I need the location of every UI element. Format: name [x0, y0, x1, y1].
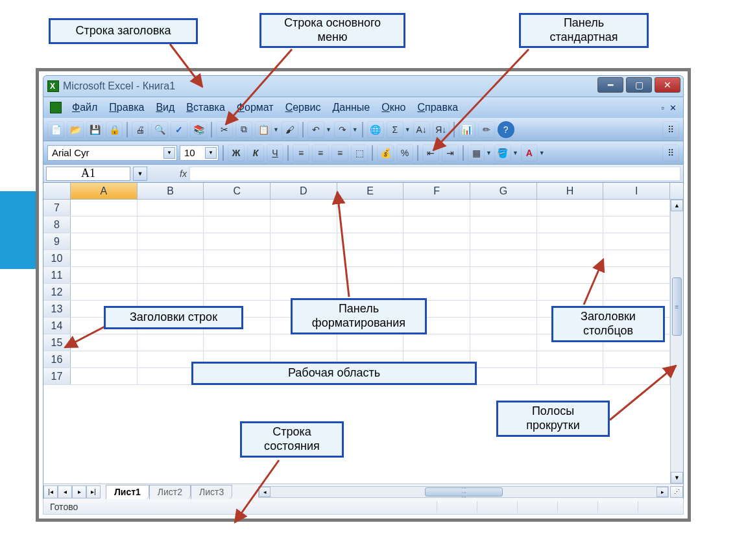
cell[interactable] [71, 368, 138, 384]
column-header[interactable]: E [337, 183, 404, 199]
autosum-icon[interactable]: Σ [387, 121, 403, 138]
align-center-icon[interactable]: ≡ [312, 145, 329, 161]
cell[interactable] [470, 200, 537, 216]
cell[interactable] [337, 233, 404, 250]
split-handle[interactable]: ⋰ [670, 486, 683, 498]
cell[interactable] [470, 368, 537, 384]
chart-icon[interactable]: 📊 [459, 121, 475, 138]
cell[interactable] [470, 318, 537, 334]
column-header[interactable]: H [537, 183, 604, 199]
row-header[interactable]: 14 [43, 318, 71, 334]
formula-input[interactable] [189, 167, 680, 181]
redo-icon[interactable]: ↷ [334, 121, 351, 138]
undo-icon[interactable]: ↶ [307, 121, 324, 138]
scroll-up-button[interactable]: ▲ [671, 200, 683, 211]
indent-dec-icon[interactable]: ⇤ [422, 145, 439, 161]
cell[interactable] [71, 284, 138, 300]
menu-item[interactable]: Окно [381, 102, 405, 113]
cell[interactable] [71, 200, 138, 216]
percent-icon[interactable]: % [396, 145, 413, 161]
restore-icon[interactable]: ▫ [661, 103, 664, 113]
cell[interactable] [138, 200, 204, 216]
cell[interactable] [204, 334, 271, 351]
tab-nav-first[interactable]: |◂ [43, 485, 58, 498]
font-color-icon[interactable]: A [521, 145, 538, 161]
cell[interactable] [403, 216, 470, 233]
font-size-combo[interactable]: 10▼ [180, 145, 219, 161]
tab-nav-prev[interactable]: ◂ [58, 485, 72, 498]
merge-icon[interactable]: ⬚ [351, 145, 368, 161]
cell[interactable] [271, 216, 337, 233]
row-header[interactable]: 15 [43, 334, 71, 351]
spellcheck-icon[interactable]: ✓ [171, 121, 187, 138]
sort-desc-icon[interactable]: Я↓ [433, 121, 450, 138]
cell[interactable] [337, 267, 404, 283]
cell[interactable] [537, 200, 604, 216]
horizontal-scrollbar[interactable]: ◂ ▸ [258, 486, 669, 498]
cell[interactable] [138, 233, 204, 250]
title-bar[interactable]: Microsoft Excel - Книга1 ━ ▢ ✕ [43, 75, 684, 97]
cell[interactable] [71, 334, 138, 351]
column-header[interactable]: G [470, 183, 537, 199]
cell[interactable] [271, 267, 337, 283]
tab-nav-next[interactable]: ▸ [72, 485, 86, 498]
cell[interactable] [603, 284, 670, 300]
cell[interactable] [403, 200, 470, 216]
doc-close-icon[interactable]: ✕ [669, 103, 677, 113]
cell[interactable] [337, 200, 404, 216]
copy-icon[interactable]: ⧉ [235, 121, 252, 138]
currency-icon[interactable]: 💰 [377, 145, 394, 161]
cell[interactable] [204, 216, 271, 233]
preview-icon[interactable]: 🔍 [151, 121, 168, 138]
toolbar-options-icon[interactable]: ⠿ [662, 121, 679, 138]
hscroll-thumb[interactable] [425, 487, 503, 496]
name-box[interactable]: A1 [46, 167, 130, 181]
hyperlink-icon[interactable]: 🌐 [367, 121, 384, 138]
row-header[interactable]: 8 [43, 216, 71, 233]
cell[interactable] [470, 351, 537, 368]
minimize-button[interactable]: ━ [597, 77, 623, 93]
drawing-icon[interactable]: ✏ [478, 121, 495, 138]
italic-button[interactable]: К [247, 145, 264, 161]
cell[interactable] [204, 233, 271, 250]
cell[interactable] [603, 200, 670, 216]
cell[interactable] [204, 200, 271, 216]
cell[interactable] [537, 368, 604, 384]
cell[interactable] [138, 284, 204, 300]
help-icon[interactable]: ? [498, 121, 514, 138]
cell[interactable] [603, 216, 670, 233]
sheet-tab[interactable]: Лист3 [191, 485, 232, 499]
column-header[interactable]: B [138, 183, 204, 199]
cell[interactable] [337, 216, 404, 233]
column-header[interactable]: I [603, 183, 670, 199]
menu-item[interactable]: Формат [237, 102, 274, 113]
close-button[interactable]: ✕ [655, 77, 680, 93]
cell[interactable] [138, 250, 204, 266]
row-header[interactable]: 13 [43, 301, 71, 317]
sheet-tab-active[interactable]: Лист1 [106, 485, 149, 499]
row-header[interactable]: 11 [43, 267, 71, 283]
new-icon[interactable]: 📄 [47, 121, 64, 138]
cell[interactable] [337, 250, 404, 266]
cell[interactable] [271, 200, 337, 216]
column-header[interactable]: C [204, 183, 271, 199]
paste-icon[interactable]: 📋 [255, 121, 272, 138]
cell[interactable] [470, 267, 537, 283]
cell[interactable] [537, 216, 604, 233]
row-header[interactable]: 12 [43, 284, 71, 300]
row-header[interactable]: 16 [43, 351, 71, 368]
row-header[interactable]: 7 [43, 200, 71, 216]
indent-inc-icon[interactable]: ⇥ [442, 145, 459, 161]
cell[interactable] [271, 250, 337, 266]
cell[interactable] [470, 334, 537, 351]
menu-item[interactable]: Вставка [186, 102, 224, 113]
scroll-thumb[interactable] [672, 277, 682, 336]
cell[interactable] [403, 250, 470, 266]
cell[interactable] [138, 216, 204, 233]
toolbar-options-icon[interactable]: ⠿ [662, 145, 679, 161]
menu-item[interactable]: Вид [156, 102, 174, 113]
cell[interactable] [71, 351, 138, 368]
cell[interactable] [403, 334, 470, 351]
row-header[interactable]: 17 [43, 368, 71, 384]
cell[interactable] [537, 284, 604, 300]
